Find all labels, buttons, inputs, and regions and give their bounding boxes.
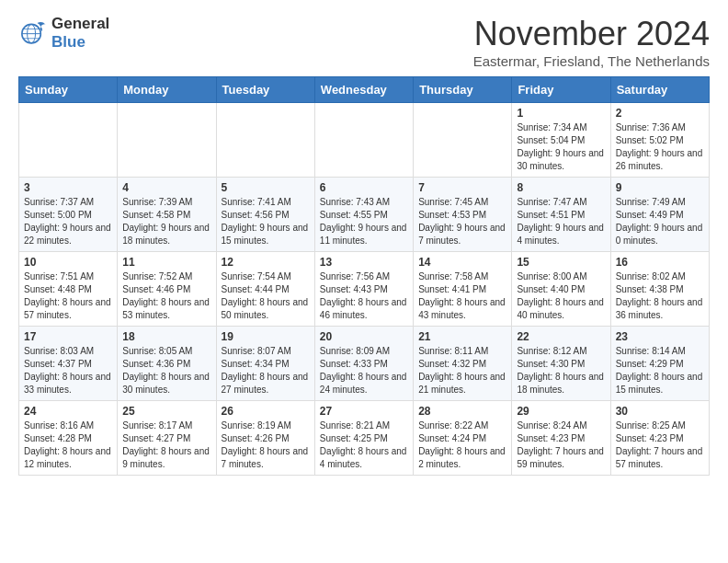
calendar-cell: 24Sunrise: 8:16 AM Sunset: 4:28 PM Dayli… — [19, 401, 118, 476]
calendar-cell: 10Sunrise: 7:51 AM Sunset: 4:48 PM Dayli… — [19, 252, 118, 327]
calendar-cell: 5Sunrise: 7:41 AM Sunset: 4:56 PM Daylig… — [216, 178, 314, 252]
day-number: 26 — [222, 405, 310, 418]
calendar-cell: 9Sunrise: 7:49 AM Sunset: 4:49 PM Daylig… — [610, 178, 709, 252]
calendar-cell: 27Sunrise: 8:21 AM Sunset: 4:25 PM Dayli… — [314, 401, 413, 476]
header-friday: Friday — [512, 77, 610, 103]
day-number: 9 — [616, 181, 704, 194]
calendar-cell: 3Sunrise: 7:37 AM Sunset: 5:00 PM Daylig… — [19, 178, 118, 252]
day-info: Sunrise: 8:25 AM Sunset: 4:23 PM Dayligh… — [616, 419, 704, 471]
calendar-cell: 12Sunrise: 7:54 AM Sunset: 4:44 PM Dayli… — [216, 252, 314, 327]
day-number: 10 — [24, 256, 112, 269]
calendar-week-4: 17Sunrise: 8:03 AM Sunset: 4:37 PM Dayli… — [19, 327, 710, 401]
day-number: 16 — [616, 256, 704, 269]
calendar-cell — [118, 103, 216, 178]
day-number: 13 — [320, 256, 408, 269]
title-block: November 2024 Eastermar, Friesland, The … — [473, 15, 710, 69]
header-wednesday: Wednesday — [314, 77, 413, 103]
day-number: 18 — [122, 330, 210, 343]
calendar-cell: 16Sunrise: 8:02 AM Sunset: 4:38 PM Dayli… — [610, 252, 709, 327]
day-info: Sunrise: 7:54 AM Sunset: 4:44 PM Dayligh… — [222, 270, 310, 322]
calendar-cell — [216, 103, 314, 178]
calendar-cell: 26Sunrise: 8:19 AM Sunset: 4:26 PM Dayli… — [216, 401, 314, 476]
day-info: Sunrise: 8:17 AM Sunset: 4:27 PM Dayligh… — [122, 419, 210, 471]
day-info: Sunrise: 8:14 AM Sunset: 4:29 PM Dayligh… — [616, 345, 704, 396]
day-info: Sunrise: 8:11 AM Sunset: 4:32 PM Dayligh… — [418, 345, 506, 396]
header-saturday: Saturday — [610, 77, 709, 103]
day-info: Sunrise: 7:37 AM Sunset: 5:00 PM Dayligh… — [24, 196, 112, 247]
calendar-cell — [414, 103, 512, 178]
day-number: 2 — [616, 107, 704, 120]
calendar-cell — [19, 103, 118, 178]
day-info: Sunrise: 7:47 AM Sunset: 4:51 PM Dayligh… — [517, 196, 605, 247]
day-info: Sunrise: 7:56 AM Sunset: 4:43 PM Dayligh… — [320, 270, 408, 322]
day-number: 12 — [222, 256, 310, 269]
day-info: Sunrise: 8:09 AM Sunset: 4:33 PM Dayligh… — [320, 345, 408, 396]
calendar-cell: 1Sunrise: 7:34 AM Sunset: 5:04 PM Daylig… — [512, 103, 610, 178]
calendar-week-5: 24Sunrise: 8:16 AM Sunset: 4:28 PM Dayli… — [19, 401, 710, 476]
day-info: Sunrise: 7:51 AM Sunset: 4:48 PM Dayligh… — [24, 270, 112, 322]
header-monday: Monday — [118, 77, 216, 103]
day-number: 8 — [517, 181, 605, 194]
day-number: 24 — [24, 405, 112, 418]
calendar-cell: 7Sunrise: 7:45 AM Sunset: 4:53 PM Daylig… — [414, 178, 512, 252]
subtitle: Eastermar, Friesland, The Netherlands — [473, 53, 710, 69]
day-info: Sunrise: 7:58 AM Sunset: 4:41 PM Dayligh… — [418, 270, 506, 322]
day-info: Sunrise: 8:03 AM Sunset: 4:37 PM Dayligh… — [24, 345, 112, 396]
calendar-header-row: Sunday Monday Tuesday Wednesday Thursday… — [19, 77, 710, 103]
calendar-cell: 28Sunrise: 8:22 AM Sunset: 4:24 PM Dayli… — [414, 401, 512, 476]
header-thursday: Thursday — [414, 77, 512, 103]
logo: General Blue — [18, 15, 109, 51]
day-number: 11 — [122, 256, 210, 269]
header-sunday: Sunday — [19, 77, 118, 103]
day-info: Sunrise: 8:00 AM Sunset: 4:40 PM Dayligh… — [517, 270, 605, 322]
day-number: 5 — [222, 181, 310, 194]
day-info: Sunrise: 7:49 AM Sunset: 4:49 PM Dayligh… — [616, 196, 704, 247]
day-number: 25 — [122, 405, 210, 418]
day-number: 30 — [616, 405, 704, 418]
calendar-cell: 22Sunrise: 8:12 AM Sunset: 4:30 PM Dayli… — [512, 327, 610, 401]
day-info: Sunrise: 7:39 AM Sunset: 4:58 PM Dayligh… — [122, 196, 210, 247]
day-number: 3 — [24, 181, 112, 194]
calendar-week-2: 3Sunrise: 7:37 AM Sunset: 5:00 PM Daylig… — [19, 178, 710, 252]
day-number: 22 — [517, 330, 605, 343]
calendar-cell: 14Sunrise: 7:58 AM Sunset: 4:41 PM Dayli… — [414, 252, 512, 327]
day-number: 15 — [517, 256, 605, 269]
logo-text-block: General Blue — [51, 15, 109, 51]
calendar-cell: 18Sunrise: 8:05 AM Sunset: 4:36 PM Dayli… — [118, 327, 216, 401]
calendar-week-1: 1Sunrise: 7:34 AM Sunset: 5:04 PM Daylig… — [19, 103, 710, 178]
header-tuesday: Tuesday — [216, 77, 314, 103]
day-number: 21 — [418, 330, 506, 343]
calendar-cell: 8Sunrise: 7:47 AM Sunset: 4:51 PM Daylig… — [512, 178, 610, 252]
day-info: Sunrise: 7:45 AM Sunset: 4:53 PM Dayligh… — [418, 196, 506, 247]
calendar-cell: 23Sunrise: 8:14 AM Sunset: 4:29 PM Dayli… — [610, 327, 709, 401]
calendar-cell: 20Sunrise: 8:09 AM Sunset: 4:33 PM Dayli… — [314, 327, 413, 401]
day-info: Sunrise: 8:21 AM Sunset: 4:25 PM Dayligh… — [320, 419, 408, 471]
calendar-week-3: 10Sunrise: 7:51 AM Sunset: 4:48 PM Dayli… — [19, 252, 710, 327]
day-info: Sunrise: 8:22 AM Sunset: 4:24 PM Dayligh… — [418, 419, 506, 471]
day-info: Sunrise: 8:05 AM Sunset: 4:36 PM Dayligh… — [122, 345, 210, 396]
calendar-cell: 4Sunrise: 7:39 AM Sunset: 4:58 PM Daylig… — [118, 178, 216, 252]
month-title: November 2024 — [473, 15, 710, 53]
day-info: Sunrise: 7:43 AM Sunset: 4:55 PM Dayligh… — [320, 196, 408, 247]
calendar-cell — [314, 103, 413, 178]
calendar-cell: 2Sunrise: 7:36 AM Sunset: 5:02 PM Daylig… — [610, 103, 709, 178]
day-info: Sunrise: 7:41 AM Sunset: 4:56 PM Dayligh… — [222, 196, 310, 247]
day-info: Sunrise: 7:52 AM Sunset: 4:46 PM Dayligh… — [122, 270, 210, 322]
calendar-cell: 11Sunrise: 7:52 AM Sunset: 4:46 PM Dayli… — [118, 252, 216, 327]
calendar-cell: 21Sunrise: 8:11 AM Sunset: 4:32 PM Dayli… — [414, 327, 512, 401]
day-number: 19 — [222, 330, 310, 343]
logo-line1: General — [51, 15, 109, 33]
logo-line2: Blue — [51, 33, 109, 52]
day-info: Sunrise: 8:12 AM Sunset: 4:30 PM Dayligh… — [517, 345, 605, 396]
calendar-table: Sunday Monday Tuesday Wednesday Thursday… — [18, 76, 710, 476]
day-number: 28 — [418, 405, 506, 418]
day-info: Sunrise: 8:24 AM Sunset: 4:23 PM Dayligh… — [517, 419, 605, 471]
calendar-cell: 6Sunrise: 7:43 AM Sunset: 4:55 PM Daylig… — [314, 178, 413, 252]
day-number: 7 — [418, 181, 506, 194]
day-info: Sunrise: 8:19 AM Sunset: 4:26 PM Dayligh… — [222, 419, 310, 471]
day-number: 20 — [320, 330, 408, 343]
day-info: Sunrise: 8:02 AM Sunset: 4:38 PM Dayligh… — [616, 270, 704, 322]
calendar-cell: 29Sunrise: 8:24 AM Sunset: 4:23 PM Dayli… — [512, 401, 610, 476]
day-number: 14 — [418, 256, 506, 269]
day-number: 23 — [616, 330, 704, 343]
